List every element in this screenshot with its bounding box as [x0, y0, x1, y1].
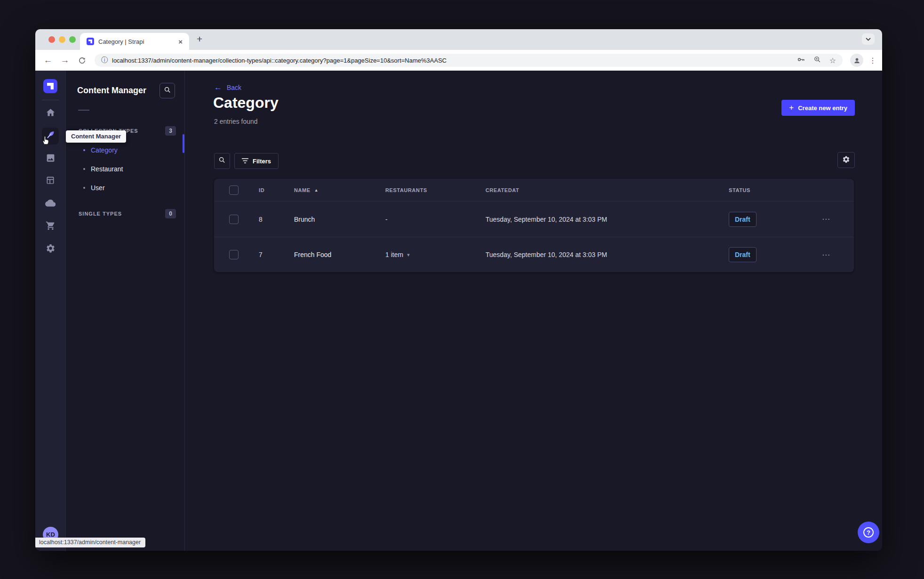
expand-relation-caret-icon[interactable]: ▾ — [407, 252, 410, 258]
column-header-id[interactable]: ID — [259, 187, 294, 193]
select-all-checkbox[interactable] — [229, 185, 239, 195]
search-icon — [218, 156, 226, 166]
strapi-app: KD Content Manager COLLECTION TYPES 3 — [35, 71, 882, 551]
bookmark-star-icon[interactable]: ☆ — [829, 56, 836, 65]
row-actions-icon[interactable]: ⋯ — [822, 214, 830, 224]
home-icon — [46, 108, 56, 120]
create-new-entry-label: Create new entry — [798, 105, 847, 112]
row-checkbox[interactable] — [229, 250, 239, 259]
view-settings-button[interactable] — [837, 152, 855, 168]
subnav-item-user[interactable]: User — [66, 178, 184, 197]
tab-strip: Category | Strapi × + — [35, 29, 882, 50]
cell-createdat: Tuesday, September 10, 2024 at 3:03 PM — [486, 216, 729, 223]
back-arrow-icon: ← — [214, 83, 222, 92]
row-checkbox[interactable] — [229, 215, 239, 224]
subnav-item-category[interactable]: Category — [66, 141, 184, 160]
search-icon — [164, 86, 171, 96]
subnav-search-button[interactable] — [159, 83, 175, 98]
subnav-item-label: Restaurant — [91, 165, 123, 173]
site-info-icon[interactable]: ⓘ — [101, 56, 108, 64]
browser-forward-icon[interactable]: → — [58, 50, 72, 71]
tab-close-icon[interactable]: × — [176, 38, 184, 46]
sidebar-item-settings[interactable] — [42, 241, 59, 257]
browser-profile-icon[interactable] — [850, 54, 863, 67]
question-mark-icon: ? — [863, 527, 874, 538]
cloud-icon — [45, 198, 56, 210]
cell-id: 7 — [259, 251, 294, 258]
gear-icon — [842, 155, 850, 165]
link-preview-status-bar: localhost:1337/admin/content-manager — [35, 538, 145, 547]
sidebar-item-marketplace[interactable] — [42, 218, 59, 235]
browser-menu-icon[interactable]: ⋮ — [869, 50, 876, 71]
column-header-restaurants: RESTAURANTS — [385, 187, 486, 193]
subnav-divider — [78, 110, 89, 111]
fullscreen-window-button[interactable] — [69, 36, 76, 43]
password-key-icon[interactable] — [797, 55, 805, 66]
entries-table: ID NAME ▲ RESTAURANTS CREATEDAT STATUS 8… — [214, 179, 854, 272]
table-header-row: ID NAME ▲ RESTAURANTS CREATEDAT STATUS — [214, 179, 854, 201]
content-manager-subnav: Content Manager COLLECTION TYPES 3 Categ… — [66, 71, 185, 551]
mouse-cursor-hand — [41, 135, 50, 147]
browser-tab[interactable]: Category | Strapi × — [80, 33, 189, 50]
table-row[interactable]: 8 Brunch - Tuesday, September 10, 2024 a… — [214, 201, 854, 237]
window-controls — [48, 36, 76, 43]
zoom-in-icon[interactable] — [813, 56, 821, 65]
page-title: Category — [213, 94, 279, 112]
sidebar-item-home[interactable] — [42, 105, 59, 122]
bullet-icon — [83, 168, 85, 170]
row-actions-icon[interactable]: ⋯ — [822, 250, 830, 260]
url-text: localhost:1337/admin/content-manager/col… — [112, 57, 446, 64]
single-types-section: SINGLE TYPES 0 — [79, 209, 176, 218]
browser-reload-icon[interactable] — [75, 50, 89, 71]
single-types-label: SINGLE TYPES — [79, 211, 122, 217]
sidebar-item-cloud[interactable] — [42, 195, 59, 212]
create-new-entry-button[interactable]: + Create new entry — [781, 100, 855, 116]
content-type-builder-icon — [46, 176, 55, 187]
cell-restaurants: - — [385, 216, 486, 223]
browser-toolbar: ← → ⓘ localhost:1337/admin/content-manag… — [35, 50, 882, 71]
collection-types-count-badge: 3 — [165, 126, 176, 136]
tab-search-chevron-icon[interactable] — [862, 33, 875, 45]
back-label: Back — [227, 84, 241, 91]
new-tab-button[interactable]: + — [197, 33, 202, 45]
sidebar-item-media-library[interactable] — [42, 150, 59, 167]
filters-label: Filters — [253, 158, 271, 165]
column-header-name[interactable]: NAME ▲ — [294, 187, 385, 193]
browser-back-icon[interactable]: ← — [41, 50, 55, 71]
subnav-item-label: User — [91, 184, 105, 192]
column-header-name-label: NAME — [294, 187, 311, 193]
bullet-icon — [83, 187, 85, 189]
entries-count: 2 entries found — [214, 118, 258, 125]
strapi-logo — [43, 79, 57, 93]
filter-icon — [242, 158, 248, 165]
media-library-icon — [46, 153, 56, 165]
table-row[interactable]: 7 French Food 1 item ▾ Tuesday, Septembe… — [214, 237, 854, 272]
main-nav-rail: KD — [35, 71, 66, 551]
gear-icon — [46, 243, 56, 255]
sidebar-item-content-type-builder[interactable] — [42, 173, 59, 190]
cell-id: 8 — [259, 216, 294, 223]
column-header-createdat[interactable]: CREATEDAT — [486, 187, 729, 193]
tab-title: Category | Strapi — [98, 38, 172, 45]
subnav-scrollbar-thumb[interactable] — [183, 134, 184, 153]
bullet-icon — [83, 149, 85, 151]
filters-button[interactable]: Filters — [234, 153, 279, 169]
main-content: ← Back Category 2 entries found + Create… — [185, 71, 882, 551]
close-window-button[interactable] — [48, 36, 55, 43]
cell-name: Brunch — [294, 216, 385, 223]
subnav-title: Content Manager — [77, 86, 146, 96]
subnav-item-restaurant[interactable]: Restaurant — [66, 160, 184, 178]
back-link[interactable]: ← Back — [214, 83, 241, 92]
address-bar[interactable]: ⓘ localhost:1337/admin/content-manager/c… — [95, 54, 843, 67]
table-search-button[interactable] — [214, 153, 230, 169]
plus-icon: + — [789, 103, 794, 113]
help-button[interactable]: ? — [858, 522, 879, 543]
status-badge: Draft — [729, 212, 757, 227]
status-badge: Draft — [729, 247, 757, 262]
browser-window: Category | Strapi × + ← → ⓘ localhost:13… — [35, 29, 882, 551]
content-manager-tooltip: Content Manager — [66, 130, 126, 143]
cell-createdat: Tuesday, September 10, 2024 at 3:03 PM — [486, 251, 729, 258]
minimize-window-button[interactable] — [59, 36, 65, 43]
cell-restaurants: 1 item — [385, 251, 403, 258]
sort-ascending-icon: ▲ — [314, 188, 319, 193]
